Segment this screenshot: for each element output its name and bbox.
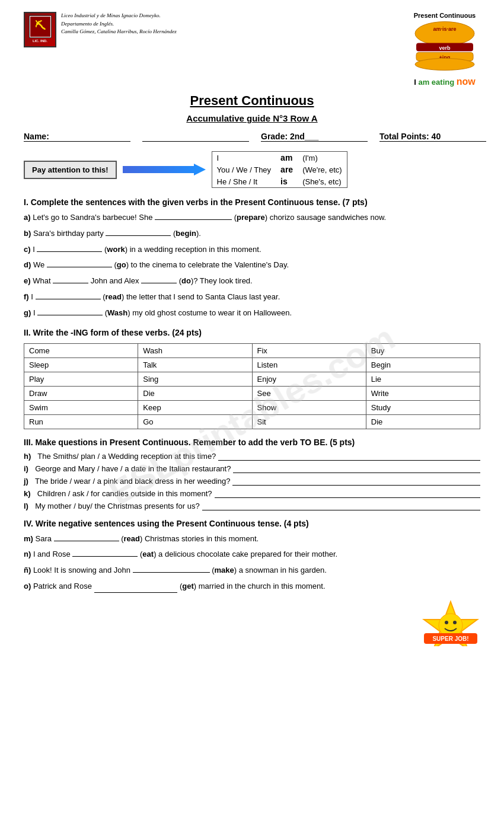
verb-cell: Keep bbox=[138, 400, 252, 414]
question-j: j) The bride / wear / a pink and black d… bbox=[24, 477, 480, 486]
exercise-a: a) Let's go to Sandra's barbecue! She (p… bbox=[24, 212, 480, 224]
blank-a[interactable] bbox=[155, 212, 232, 220]
svg-point-12 bbox=[445, 621, 448, 624]
question-k: k) Children / ask / for candies outside … bbox=[24, 489, 480, 498]
subtitle: Accumulative guide N°3 Row A bbox=[24, 113, 480, 123]
svg-point-13 bbox=[453, 621, 457, 624]
grammar-reference-table: I am (I'm) You / We / They are (We're, e… bbox=[212, 151, 347, 188]
blank-e1[interactable] bbox=[53, 275, 88, 283]
verb-cell: Sleep bbox=[24, 357, 138, 372]
verb-cell: Study bbox=[366, 400, 480, 414]
svg-marker-9 bbox=[123, 164, 206, 175]
verb-cell: Play bbox=[24, 372, 138, 386]
section3-title: III. Make questions in Present Continuou… bbox=[24, 438, 480, 447]
section3-exercises: h) The Smiths/ plan / a Wedding receptio… bbox=[24, 452, 480, 510]
section1-exercises: a) Let's go to Sandra's barbecue! She (p… bbox=[24, 212, 480, 320]
school-logo: ⛏ LIC. IND. Liceo Industrial y de Minas … bbox=[24, 12, 177, 47]
verb-cell: Write bbox=[366, 386, 480, 400]
verb-cell: Talk bbox=[138, 357, 252, 372]
section4-exercises: m) Sara (read) Christmas stories in this… bbox=[24, 533, 480, 593]
answer-k[interactable] bbox=[215, 490, 480, 498]
exercise-n2: ñ) Look! It is snowing and John (make) a… bbox=[24, 564, 480, 577]
attention-arrow bbox=[123, 162, 206, 177]
verb-cell: See bbox=[252, 386, 366, 400]
grammar-row-1: I am (I'm) bbox=[212, 152, 347, 164]
svg-text:am·is·are: am·is·are bbox=[433, 26, 456, 32]
name-blank bbox=[142, 132, 249, 142]
exercise-d: d) We (go) to the cinema to celebrate th… bbox=[24, 259, 480, 272]
super-job-star: SUPER JOB! bbox=[421, 599, 480, 646]
verb-cell: Die bbox=[138, 386, 252, 400]
blank-o[interactable] bbox=[94, 585, 177, 593]
blank-n[interactable] bbox=[72, 548, 138, 557]
question-h: h) The Smiths/ plan / a Wedding receptio… bbox=[24, 452, 480, 461]
answer-h[interactable] bbox=[218, 452, 480, 461]
verb-cell: Sit bbox=[252, 414, 366, 429]
points-label: Total Points: 40 bbox=[379, 132, 486, 142]
name-row: Name: Grade: 2nd___ Total Points: 40 bbox=[24, 132, 480, 142]
blank-e2[interactable] bbox=[141, 275, 177, 283]
blank-d[interactable] bbox=[47, 259, 112, 267]
exercise-g: g) I (Wash) my old ghost costume to wear… bbox=[24, 307, 480, 320]
section2-title: II. Write the -ING form of these verbs. … bbox=[24, 328, 480, 337]
verb-row-3: Play Sing Enjoy Lie bbox=[24, 372, 480, 386]
verb-cell: Come bbox=[24, 343, 138, 357]
blank-n2[interactable] bbox=[133, 564, 210, 573]
school-teachers: Camilla Gómez, Catalina Harribus, Rocío … bbox=[61, 28, 177, 36]
answer-j[interactable] bbox=[232, 477, 480, 486]
verb-cell: Listen bbox=[252, 357, 366, 372]
verb-cell: Enjoy bbox=[252, 372, 366, 386]
svg-text:verb: verb bbox=[439, 45, 451, 51]
footer: SUPER JOB! bbox=[24, 599, 480, 646]
school-info: Liceo Industrial y de Minas Ignacio Dome… bbox=[61, 12, 177, 36]
verb-ing-table: Come Wash Fix Buy Sleep Talk Listen Begi… bbox=[24, 343, 480, 429]
question-l: l) My mother / buy/ the Christmas presen… bbox=[24, 502, 480, 510]
name-label: Name: bbox=[24, 132, 130, 142]
page-header: ⛏ LIC. IND. Liceo Industrial y de Minas … bbox=[24, 12, 480, 87]
verb-cell: Show bbox=[252, 400, 366, 414]
blank-g[interactable] bbox=[37, 307, 103, 315]
blank-f[interactable] bbox=[36, 291, 101, 299]
verb-cell: Sing bbox=[138, 372, 252, 386]
exercise-m: m) Sara (read) Christmas stories in this… bbox=[24, 533, 480, 545]
exercise-f: f) I (read) the letter that I send to Sa… bbox=[24, 291, 480, 304]
section4-title: IV. Write negative sentences using the P… bbox=[24, 519, 480, 528]
exercise-n: n) I and Rose (eat) a delicious chocolat… bbox=[24, 548, 480, 561]
eating-text: I am eating now bbox=[409, 76, 480, 87]
header-right-title: Present Continuous bbox=[409, 12, 480, 19]
svg-text:SUPER JOB!: SUPER JOB! bbox=[432, 636, 468, 642]
answer-i[interactable] bbox=[233, 465, 480, 473]
verb-row-5: Swim Keep Show Study bbox=[24, 400, 480, 414]
verb-row-6: Run Go Sit Die bbox=[24, 414, 480, 429]
attention-label: Pay attention to this! bbox=[32, 165, 109, 174]
question-i: i) George and Mary / have / a date in th… bbox=[24, 464, 480, 473]
exercise-o: o) Patrick and Rose (get) married in the… bbox=[24, 580, 480, 593]
verb-row-4: Draw Die See Write bbox=[24, 386, 480, 400]
verb-cell: Lie bbox=[366, 372, 480, 386]
grammar-row-3: He / She / It is (She's, etc) bbox=[212, 175, 347, 187]
school-emblem: ⛏ LIC. IND. bbox=[24, 12, 56, 47]
super-job-graphic: SUPER JOB! bbox=[421, 599, 480, 646]
grade-label: Grade: 2nd___ bbox=[261, 132, 368, 142]
blank-c[interactable] bbox=[37, 244, 102, 252]
verb-cell: Begin bbox=[366, 357, 480, 372]
exercise-e: e) What John and Alex (do)? They look ti… bbox=[24, 275, 480, 288]
svg-point-8 bbox=[415, 59, 474, 71]
exercise-c: c) I (work) in a wedding reception in th… bbox=[24, 244, 480, 256]
verb-cell: Draw bbox=[24, 386, 138, 400]
attention-row: Pay attention to this! I am (I'm) You / … bbox=[24, 151, 480, 188]
verb-cell: Die bbox=[366, 414, 480, 429]
blank-m[interactable] bbox=[54, 533, 119, 541]
answer-l[interactable] bbox=[202, 502, 480, 510]
burger-graphic: am·is·are verb +ing bbox=[409, 19, 480, 72]
grammar-row-2: You / We / They are (We're, etc) bbox=[212, 164, 347, 175]
attention-box: Pay attention to this! bbox=[24, 161, 117, 179]
verb-cell: Go bbox=[138, 414, 252, 429]
section1-title: I. Complete the sentences with the given… bbox=[24, 197, 480, 207]
blank-b[interactable] bbox=[106, 228, 171, 236]
footer-spacer bbox=[24, 637, 26, 646]
exercise-b: b) Sara's birthday party (begin). bbox=[24, 228, 480, 240]
verb-cell: Buy bbox=[366, 343, 480, 357]
verb-cell: Swim bbox=[24, 400, 138, 414]
verb-row-2: Sleep Talk Listen Begin bbox=[24, 357, 480, 372]
